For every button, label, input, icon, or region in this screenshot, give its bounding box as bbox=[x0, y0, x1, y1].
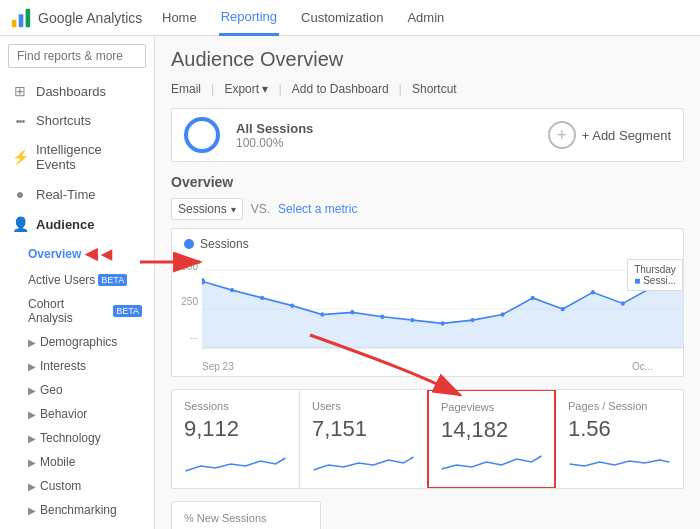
svg-rect-1 bbox=[19, 14, 24, 27]
tooltip-date: Thursday bbox=[634, 264, 676, 275]
export-button[interactable]: Export bbox=[224, 82, 268, 96]
sidebar-item-active-users[interactable]: Active Users BETA bbox=[28, 268, 154, 292]
stat-value-sessions: 9,112 bbox=[184, 416, 287, 442]
segment-info: All Sessions 100.00% bbox=[236, 121, 313, 150]
sidebar-label-custom: Custom bbox=[40, 479, 81, 493]
nav-home[interactable]: Home bbox=[160, 0, 199, 36]
sidebar-label-demographics: Demographics bbox=[40, 335, 117, 349]
svg-point-18 bbox=[561, 307, 565, 311]
sidebar-item-technology[interactable]: ▶ Technology bbox=[28, 426, 154, 450]
y-axis: 500 250 ... bbox=[172, 259, 202, 343]
sidebar-label-active-users: Active Users bbox=[28, 273, 95, 287]
chart-wrapper: 500 250 ... bbox=[172, 259, 683, 359]
technology-expand-icon: ▶ bbox=[28, 433, 36, 444]
metrics-controls: Sessions VS. Select a metric bbox=[171, 198, 684, 220]
logo-text: Google Analytics bbox=[38, 10, 142, 26]
sidebar-item-realtime[interactable]: ● Real-Time bbox=[0, 179, 154, 209]
vs-label: VS. bbox=[251, 202, 270, 216]
nav-admin[interactable]: Admin bbox=[405, 0, 446, 36]
chart-tooltip: Thursday ■ Sessi... bbox=[627, 259, 683, 291]
sessions-metric-select[interactable]: Sessions bbox=[171, 198, 243, 220]
svg-point-11 bbox=[350, 310, 354, 314]
add-segment-button[interactable]: + + Add Segment bbox=[548, 121, 671, 149]
sidebar-item-custom[interactable]: ▶ Custom bbox=[28, 474, 154, 498]
main-layout: ⊞ Dashboards ••• Shortcuts ⚡ Intelligenc… bbox=[0, 36, 700, 529]
search-input[interactable] bbox=[8, 44, 146, 68]
nav-customization[interactable]: Customization bbox=[299, 0, 385, 36]
stat-value-users: 7,151 bbox=[312, 416, 415, 442]
toolbar: Email | Export | Add to Dashboard | Shor… bbox=[171, 81, 684, 96]
stat-label-users: Users bbox=[312, 400, 415, 412]
add-dashboard-button[interactable]: Add to Dashboard bbox=[292, 82, 389, 96]
arrow-indicator: ◀ bbox=[85, 244, 97, 263]
sidebar-label-shortcuts: Shortcuts bbox=[36, 113, 91, 128]
dashboards-icon: ⊞ bbox=[12, 83, 28, 99]
interests-expand-icon: ▶ bbox=[28, 361, 36, 372]
mobile-expand-icon: ▶ bbox=[28, 457, 36, 468]
svg-point-9 bbox=[290, 303, 294, 307]
sidebar-item-benchmarking[interactable]: ▶ Benchmarking bbox=[28, 498, 154, 522]
stats-grid: Sessions 9,112 Users 7,151 bbox=[171, 389, 684, 489]
content-area: Audience Overview Email | Export | Add t… bbox=[155, 36, 700, 529]
chart-legend: Sessions bbox=[172, 229, 683, 259]
benchmarking-expand-icon: ▶ bbox=[28, 505, 36, 516]
chart-legend-label: Sessions bbox=[200, 237, 249, 251]
header: Google Analytics Home Reporting Customiz… bbox=[0, 0, 700, 36]
sidebar-label-cohort: Cohort Analysis bbox=[28, 297, 110, 325]
stat-value-pages-session: 1.56 bbox=[568, 416, 671, 442]
sidebar-item-shortcuts[interactable]: ••• Shortcuts bbox=[0, 106, 154, 135]
segment-name: All Sessions bbox=[236, 121, 313, 136]
sidebar-item-audience[interactable]: 👤 Audience bbox=[0, 209, 154, 239]
svg-rect-0 bbox=[12, 19, 17, 26]
sparkline-pageviews bbox=[441, 447, 542, 477]
toolbar-divider-2: | bbox=[278, 81, 281, 96]
sidebar-item-behavior[interactable]: ▶ Behavior bbox=[28, 402, 154, 426]
sidebar-item-demographics[interactable]: ▶ Demographics bbox=[28, 330, 154, 354]
stat-card-users: Users 7,151 bbox=[300, 390, 427, 488]
svg-point-20 bbox=[621, 301, 625, 305]
shortcuts-icon: ••• bbox=[12, 115, 28, 127]
add-segment-label: + Add Segment bbox=[582, 128, 671, 143]
svg-point-7 bbox=[230, 288, 234, 292]
sidebar-item-interests[interactable]: ▶ Interests bbox=[28, 354, 154, 378]
sidebar-item-geo[interactable]: ▶ Geo bbox=[28, 378, 154, 402]
sidebar-label-intelligence: Intelligence Events bbox=[36, 142, 142, 172]
email-button[interactable]: Email bbox=[171, 82, 201, 96]
stat-card-sessions: Sessions 9,112 bbox=[172, 390, 299, 488]
sidebar-item-cohort[interactable]: Cohort Analysis BETA bbox=[28, 292, 154, 330]
svg-point-16 bbox=[501, 312, 505, 316]
sidebar-label-benchmarking: Benchmarking bbox=[40, 503, 117, 517]
shortcut-button[interactable]: Shortcut bbox=[412, 82, 457, 96]
sidebar-label-realtime: Real-Time bbox=[36, 187, 95, 202]
x-label-sep: Sep 23 bbox=[202, 361, 234, 372]
audience-icon: 👤 bbox=[12, 216, 28, 232]
y-label-500: 500 bbox=[181, 261, 198, 272]
stat-label-new-sessions: % New Sessions bbox=[184, 512, 308, 524]
svg-rect-2 bbox=[26, 8, 31, 26]
intelligence-icon: ⚡ bbox=[12, 149, 28, 165]
sidebar-label-mobile: Mobile bbox=[40, 455, 75, 469]
sidebar-item-overview[interactable]: Overview ◀ bbox=[28, 239, 154, 268]
overview-section-label: Overview bbox=[171, 174, 684, 190]
segment-percentage: 100.00% bbox=[236, 136, 313, 150]
stat-card-pages-session: Pages / Session 1.56 bbox=[556, 390, 683, 488]
sidebar-item-dashboards[interactable]: ⊞ Dashboards bbox=[0, 76, 154, 106]
segment-bar: All Sessions 100.00% + + Add Segment bbox=[171, 108, 684, 162]
sidebar-label-geo: Geo bbox=[40, 383, 63, 397]
search-box bbox=[0, 36, 154, 76]
svg-point-12 bbox=[380, 315, 384, 319]
stat-value-pageviews: 14,182 bbox=[441, 417, 542, 443]
stat-label-sessions: Sessions bbox=[184, 400, 287, 412]
select-metric-link[interactable]: Select a metric bbox=[278, 202, 357, 216]
sidebar-item-intelligence[interactable]: ⚡ Intelligence Events bbox=[0, 135, 154, 179]
sidebar-item-users-flow[interactable]: Users Flow bbox=[28, 522, 154, 529]
toolbar-divider-3: | bbox=[399, 81, 402, 96]
sparkline-sessions bbox=[184, 446, 287, 476]
x-label-oct: Oc... bbox=[632, 361, 653, 372]
sparkline-pages-session bbox=[568, 446, 671, 476]
nav-reporting[interactable]: Reporting bbox=[219, 0, 279, 36]
tooltip-series: ■ Sessi... bbox=[634, 275, 676, 286]
sidebar-label-audience: Audience bbox=[36, 217, 95, 232]
svg-point-10 bbox=[320, 312, 324, 316]
sidebar-item-mobile[interactable]: ▶ Mobile bbox=[28, 450, 154, 474]
